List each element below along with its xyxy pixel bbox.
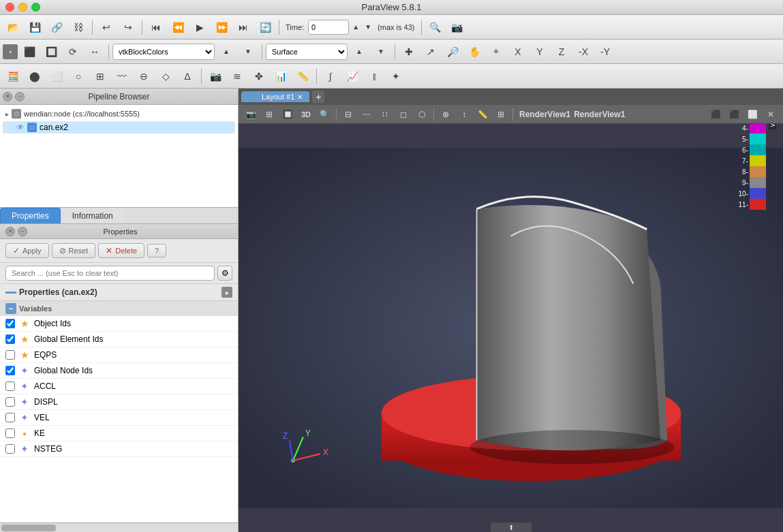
render-ruler-btn[interactable]: 📏 xyxy=(474,107,491,122)
zoom-region-btn[interactable]: 🔎 xyxy=(442,42,463,61)
render-points-btn[interactable]: ∷ xyxy=(377,107,393,122)
split-h-btn[interactable]: ⬛ xyxy=(707,107,724,122)
surface-up[interactable]: ▲ xyxy=(349,42,369,61)
histogram-btn[interactable]: ⫿ xyxy=(364,67,384,86)
tab-properties[interactable]: Properties xyxy=(0,208,61,223)
play-button[interactable]: ▶ xyxy=(189,18,210,37)
render-pick-btn[interactable]: 🔲 xyxy=(279,107,296,122)
probe-btn[interactable]: ✦ xyxy=(386,67,406,86)
ruler-btn[interactable]: 📏 xyxy=(292,67,313,86)
prop-close-minus[interactable]: − xyxy=(18,227,27,236)
add-layout-button[interactable]: + xyxy=(312,91,324,103)
undo-button[interactable]: ↩ xyxy=(96,18,117,37)
rotate-x[interactable]: ⟳ xyxy=(63,42,83,61)
close-view-btn[interactable]: ✕ xyxy=(763,107,779,122)
close-button[interactable] xyxy=(5,3,14,12)
render-axes-btn[interactable]: ⊞ xyxy=(493,107,509,122)
prop-close-x[interactable]: ✕ xyxy=(5,227,15,236)
prop-close-buttons[interactable]: ✕ − xyxy=(5,227,27,236)
render-3d-label[interactable]: 3D xyxy=(298,107,314,122)
neg-x-btn[interactable]: -X xyxy=(573,42,594,61)
slice-btn[interactable]: ⊖ xyxy=(134,67,154,86)
pick-btn[interactable]: ↗ xyxy=(420,42,441,61)
minimize-button[interactable] xyxy=(18,3,27,12)
neg-y-btn[interactable]: -Y xyxy=(595,42,615,61)
var-checkbox-nsteg[interactable] xyxy=(5,444,15,454)
split-v-btn[interactable]: ⬛ xyxy=(726,107,742,122)
surface-down[interactable]: ▼ xyxy=(371,42,391,61)
pan-btn[interactable]: ✋ xyxy=(464,42,485,61)
pipeline-close-x[interactable]: ✕ xyxy=(3,92,12,101)
resize-handle[interactable]: ⬆ xyxy=(491,522,532,532)
stream-btn[interactable]: ≋ xyxy=(227,67,247,86)
scalar-bar-btn[interactable]: 📊 xyxy=(271,67,291,86)
scrollbar-thumb[interactable] xyxy=(1,525,56,531)
color-select[interactable]: vtkBlockColors xyxy=(112,44,215,60)
screenshot-button[interactable]: 📷 xyxy=(447,18,467,37)
x-axis-btn[interactable]: X xyxy=(508,42,528,61)
delete-button[interactable]: ✕ Delete xyxy=(98,243,144,258)
help-button[interactable]: ? xyxy=(147,244,166,257)
search-input[interactable] xyxy=(5,266,215,281)
time-up[interactable]: ▲ xyxy=(350,18,361,37)
window-controls[interactable] xyxy=(5,3,40,12)
3d-viewport[interactable]: X Y Z 0- 1- xyxy=(239,124,783,532)
render-wireframe-btn[interactable]: ⋯ xyxy=(358,107,375,122)
clip-btn[interactable]: ◇ xyxy=(155,67,176,86)
maximize-view-btn[interactable]: ⬜ xyxy=(744,107,761,122)
var-checkbox-object-ids[interactable] xyxy=(5,319,15,328)
var-checkbox-accl[interactable] xyxy=(5,381,15,391)
integrate-btn[interactable]: ∫ xyxy=(320,67,341,86)
render-cam-btn[interactable]: 📷 xyxy=(243,107,259,122)
var-checkbox-displ[interactable] xyxy=(5,397,15,407)
view-toggle[interactable]: ▪ xyxy=(3,44,18,59)
apply-button[interactable]: ✓ Apply xyxy=(5,243,49,258)
var-checkbox-ke[interactable] xyxy=(5,428,15,438)
render-reset-btn[interactable]: ⊞ xyxy=(261,107,277,122)
glyph-btn[interactable]: ✤ xyxy=(249,67,269,86)
y-axis-btn[interactable]: Y xyxy=(529,42,550,61)
layout-tab-1[interactable]: Layout #1 ✕ xyxy=(241,91,309,102)
prev-frame-button[interactable]: ⏪ xyxy=(168,18,188,37)
render-orient-btn[interactable]: ⊕ xyxy=(437,107,454,122)
render-surface-btn[interactable]: ◻ xyxy=(395,107,412,122)
pipeline-close-buttons[interactable]: ✕ − xyxy=(3,92,25,101)
var-checkbox-global-element-ids[interactable] xyxy=(5,334,15,344)
var-checkbox-vel[interactable] xyxy=(5,413,15,422)
color-up[interactable]: ▲ xyxy=(216,42,236,61)
layout-btn[interactable]: ⬛ xyxy=(19,42,40,61)
pipeline-file-item[interactable]: 👁 □ can.ex2 xyxy=(3,121,235,134)
surface-select[interactable]: Surface xyxy=(266,44,348,60)
var-checkbox-global-node-ids[interactable] xyxy=(5,366,15,375)
sphere-btn[interactable]: ○ xyxy=(68,67,89,86)
time-down[interactable]: ▼ xyxy=(363,18,373,37)
render-scalar-btn[interactable]: ↕ xyxy=(456,107,472,122)
camera-orbit-btn[interactable]: 📷 xyxy=(205,67,226,86)
redo-button[interactable]: ↪ xyxy=(118,18,138,37)
maximize-button[interactable] xyxy=(31,3,40,12)
visibility-eye-icon[interactable]: 👁 xyxy=(16,123,25,132)
group-collapse-button[interactable]: − xyxy=(5,303,16,314)
tab-information[interactable]: Information xyxy=(61,208,125,223)
loop-button[interactable]: 🔄 xyxy=(255,18,275,37)
zoom-button[interactable]: 🔍 xyxy=(425,18,446,37)
threshold-btn[interactable]: ∆ xyxy=(177,67,198,86)
section-fold-button[interactable]: ▸ xyxy=(221,287,232,298)
render-volume-btn[interactable]: ⬡ xyxy=(414,107,430,122)
disconnect-button[interactable]: ⛓ xyxy=(68,18,89,37)
open-button[interactable]: 📂 xyxy=(3,18,23,37)
plot-btn[interactable]: 📈 xyxy=(342,67,363,86)
horizontal-scrollbar[interactable] xyxy=(0,522,238,532)
save-button[interactable]: 💾 xyxy=(25,18,45,37)
settings-gear-button[interactable]: ⚙ xyxy=(217,266,232,281)
box-btn[interactable]: ⬜ xyxy=(46,67,67,86)
reset-button[interactable]: ⊘ Reset xyxy=(52,243,96,258)
layout-tab-close-icon[interactable]: ✕ xyxy=(297,93,303,101)
last-frame-button[interactable]: ⏭ xyxy=(233,18,254,37)
mesh-btn[interactable]: ⊞ xyxy=(90,67,110,86)
first-frame-button[interactable]: ⏮ xyxy=(146,18,166,37)
calc-btn[interactable]: 🧮 xyxy=(3,67,23,86)
var-checkbox-eqps[interactable] xyxy=(5,350,15,360)
reset-camera-btn[interactable]: ⌖ xyxy=(486,42,506,61)
render-annotate-btn[interactable]: 🔍 xyxy=(316,107,333,122)
